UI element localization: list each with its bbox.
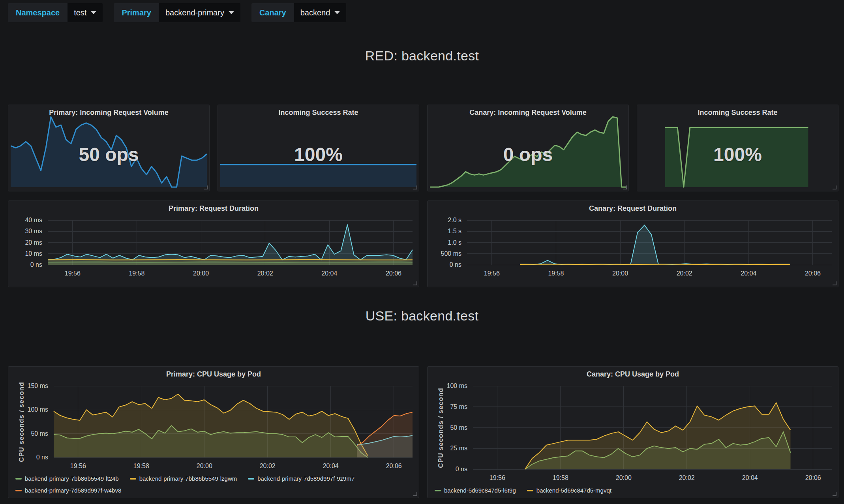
series-line-p99 <box>48 225 413 260</box>
section-title-red: RED: backend.test <box>0 48 844 64</box>
x-tick-label: 20:04 <box>311 270 347 277</box>
resize-handle-icon[interactable] <box>204 185 208 189</box>
variable-primary-value: backend-primary <box>165 8 224 17</box>
panel-canary-incoming-success-rate: Incoming Success Rate 100% <box>637 105 838 191</box>
legend: backend-5d69c847d5-l6t9gbackend-5d69c847… <box>435 487 833 494</box>
panel-title[interactable]: Canary: Request Duration <box>428 204 838 213</box>
duration-panels-row: Primary: Request Duration 0 ns10 ms20 ms… <box>8 200 838 287</box>
legend-label: backend-primary-7bb86b5549-lt24b <box>25 475 119 482</box>
panel-title[interactable]: Primary: Request Duration <box>8 204 419 213</box>
graph-canary-request-duration[interactable]: 0 ns500 ms1.0 s1.5 s2.0 s19:5619:5820:00… <box>428 201 838 287</box>
legend-label: backend-primary-7d589d997f-9z9m7 <box>257 475 354 482</box>
x-tick-label: 20:06 <box>376 270 411 277</box>
y-tick-label: 100 ms <box>8 406 48 414</box>
series-area-backend-primary-7bb86b5549-lzgwm <box>54 394 368 458</box>
graph-canary-cpu-usage[interactable]: 0 ns25 ms50 ms75 ms100 ms19:5619:5820:00… <box>428 367 838 498</box>
resize-handle-icon[interactable] <box>833 492 836 496</box>
x-tick-label: 19:58 <box>543 474 578 482</box>
legend-label: backend-5d69c847d5-l6t9g <box>444 487 516 494</box>
variable-namespace-dropdown[interactable]: test <box>68 3 103 22</box>
x-tick-label: 19:58 <box>538 270 574 277</box>
x-tick-label: 19:58 <box>124 462 159 470</box>
y-tick-label: 2.0 s <box>428 216 461 224</box>
resize-handle-icon[interactable] <box>833 281 836 285</box>
grafana-dashboard: Namespace test Primary backend-primary C… <box>0 0 844 504</box>
variable-namespace: Namespace test <box>8 3 103 22</box>
x-tick-label: 20:00 <box>602 270 638 277</box>
stat-value-canary-success: 100% <box>637 144 838 165</box>
legend-swatch-icon <box>435 490 441 491</box>
panel-title[interactable]: Primary: CPU Usage by Pod <box>8 370 419 378</box>
x-tick-label: 20:04 <box>313 462 349 470</box>
y-axis-title: CPU seconds / second <box>437 388 445 468</box>
variable-canary: Canary backend <box>251 3 346 22</box>
legend-item[interactable]: backend-5d69c847d5-mgvqt <box>527 487 611 494</box>
y-tick-label: 50 ms <box>8 430 48 438</box>
variable-namespace-label: Namespace <box>8 3 68 22</box>
stat-value-canary-volume: 0 ops <box>428 144 628 165</box>
legend-swatch-icon <box>130 478 136 480</box>
legend-swatch-icon <box>15 490 22 491</box>
variable-primary-label: Primary <box>114 3 159 22</box>
legend-item[interactable]: backend-primary-7d589d997f-9z9m7 <box>248 475 354 482</box>
legend-item[interactable]: backend-primary-7bb86b5549-lt24b <box>15 475 119 482</box>
y-tick-label: 1.5 s <box>428 227 461 235</box>
panel-title[interactable]: Incoming Success Rate <box>637 109 838 117</box>
resize-handle-icon[interactable] <box>413 492 417 496</box>
chevron-down-icon <box>229 11 234 14</box>
series-area-p99 <box>520 225 790 265</box>
panel-primary-request-duration: Primary: Request Duration 0 ns10 ms20 ms… <box>8 200 419 287</box>
x-tick-label: 20:06 <box>795 474 831 482</box>
variable-canary-dropdown[interactable]: backend <box>294 3 347 22</box>
legend: backend-primary-7bb86b5549-lt24bbackend-… <box>15 475 413 494</box>
y-tick-label: 0 ns <box>428 261 461 269</box>
graph-primary-request-duration[interactable]: 0 ns10 ms20 ms30 ms40 ms19:5619:5820:002… <box>8 201 419 287</box>
legend-item[interactable]: backend-5d69c847d5-l6t9g <box>435 487 516 494</box>
panel-title[interactable]: Canary: Incoming Request Volume <box>428 109 628 117</box>
legend-item[interactable]: backend-primary-7d589d997f-w4bv8 <box>15 487 121 494</box>
x-tick-label: 20:00 <box>187 462 222 470</box>
x-tick-label: 20:06 <box>376 462 412 470</box>
panel-canary-cpu-usage: Canary: CPU Usage by Pod 0 ns25 ms50 ms7… <box>427 366 838 498</box>
legend-swatch-icon <box>248 478 254 480</box>
resize-handle-icon[interactable] <box>413 185 417 189</box>
series-area-backend-primary-7d589d997f-w4bv8 <box>357 412 413 457</box>
panel-title[interactable]: Primary: Incoming Request Volume <box>8 109 209 117</box>
legend-label: backend-primary-7d589d997f-w4bv8 <box>25 487 121 494</box>
panel-primary-incoming-request-volume: Primary: Incoming Request Volume 50 ops <box>8 105 210 191</box>
y-tick-label: 10 ms <box>8 250 42 258</box>
y-tick-label: 0 ns <box>8 261 42 269</box>
y-tick-label: 500 ms <box>428 250 461 258</box>
x-tick-label: 20:06 <box>795 270 831 277</box>
y-tick-label: 30 ms <box>8 227 42 235</box>
template-variables-bar: Namespace test Primary backend-primary C… <box>8 3 346 22</box>
spark-area <box>220 165 416 187</box>
series-area-p99 <box>48 225 413 265</box>
stat-value-primary-volume: 50 ops <box>8 144 209 165</box>
panel-title[interactable]: Canary: CPU Usage by Pod <box>428 370 838 378</box>
chevron-down-icon <box>334 11 340 14</box>
y-tick-label: 25 ms <box>428 444 467 452</box>
legend-swatch-icon <box>15 478 22 480</box>
x-tick-label: 19:56 <box>480 474 515 482</box>
resize-handle-icon[interactable] <box>623 185 627 189</box>
resize-handle-icon[interactable] <box>833 185 836 189</box>
legend-item[interactable]: backend-primary-7bb86b5549-lzgwm <box>130 475 237 482</box>
variable-canary-value: backend <box>300 8 330 17</box>
variable-primary-dropdown[interactable]: backend-primary <box>159 3 240 22</box>
x-tick-label: 20:00 <box>606 474 641 482</box>
x-tick-label: 19:56 <box>55 270 90 277</box>
y-tick-label: 1.0 s <box>428 239 461 247</box>
resize-handle-icon[interactable] <box>413 281 417 285</box>
panel-primary-cpu-usage: Primary: CPU Usage by Pod 0 ns50 ms100 m… <box>8 366 419 498</box>
x-tick-label: 19:56 <box>474 270 510 277</box>
x-tick-label: 20:02 <box>667 270 702 277</box>
y-tick-label: 50 ms <box>428 424 467 432</box>
panel-title[interactable]: Incoming Success Rate <box>218 109 419 117</box>
y-tick-label: 0 ns <box>8 453 48 461</box>
x-tick-label: 20:02 <box>248 270 283 277</box>
y-tick-label: 0 ns <box>428 465 467 473</box>
y-tick-label: 20 ms <box>8 239 42 247</box>
y-tick-label: 75 ms <box>428 403 467 411</box>
section-title-use: USE: backend.test <box>0 308 844 324</box>
